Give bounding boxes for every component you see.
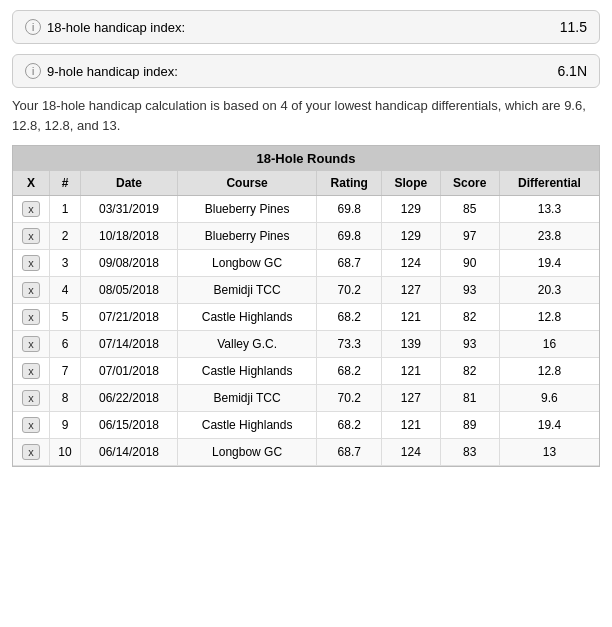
row-course: Bemidji TCC: [177, 385, 317, 412]
table-row: x607/14/2018Valley G.C.73.31399316: [13, 331, 599, 358]
table-row: x408/05/2018Bemidji TCC70.21279320.3: [13, 277, 599, 304]
row-slope: 124: [382, 250, 440, 277]
row-x-cell: x: [13, 331, 49, 358]
table-row: x806/22/2018Bemidji TCC70.2127819.6: [13, 385, 599, 412]
row-num: 8: [49, 385, 80, 412]
table-row: x507/21/2018Castle Highlands68.21218212.…: [13, 304, 599, 331]
row-course: Castle Highlands: [177, 412, 317, 439]
row-score: 83: [440, 439, 499, 466]
row-slope: 129: [382, 223, 440, 250]
col-header-rating: Rating: [317, 171, 382, 196]
handicap-9-label: 9-hole handicap index:: [47, 64, 178, 79]
row-rating: 68.2: [317, 304, 382, 331]
row-rating: 68.2: [317, 358, 382, 385]
rounds-table-container: 18-Hole Rounds X # Date Course Rating Sl…: [12, 145, 600, 467]
row-date: 03/31/2019: [81, 196, 178, 223]
table-row: x707/01/2018Castle Highlands68.21218212.…: [13, 358, 599, 385]
table-row: x906/15/2018Castle Highlands68.21218919.…: [13, 412, 599, 439]
description-text: Your 18-hole handicap calculation is bas…: [12, 96, 600, 135]
row-rating: 69.8: [317, 196, 382, 223]
info-icon-18[interactable]: i: [25, 19, 41, 35]
row-rating: 68.2: [317, 412, 382, 439]
row-differential: 19.4: [499, 412, 599, 439]
row-x-cell: x: [13, 250, 49, 277]
row-date: 06/14/2018: [81, 439, 178, 466]
row-differential: 13.3: [499, 196, 599, 223]
row-date: 10/18/2018: [81, 223, 178, 250]
info-icon-9[interactable]: i: [25, 63, 41, 79]
row-x-cell: x: [13, 385, 49, 412]
row-score: 90: [440, 250, 499, 277]
row-date: 07/01/2018: [81, 358, 178, 385]
row-x-cell: x: [13, 223, 49, 250]
table-header-row: X # Date Course Rating Slope Score Diffe…: [13, 171, 599, 196]
row-course: Longbow GC: [177, 250, 317, 277]
row-course: Castle Highlands: [177, 358, 317, 385]
x-button[interactable]: x: [22, 336, 40, 352]
row-score: 93: [440, 277, 499, 304]
x-button[interactable]: x: [22, 309, 40, 325]
x-button[interactable]: x: [22, 201, 40, 217]
table-row: x309/08/2018Longbow GC68.71249019.4: [13, 250, 599, 277]
row-num: 9: [49, 412, 80, 439]
row-score: 97: [440, 223, 499, 250]
col-header-date: Date: [81, 171, 178, 196]
row-x-cell: x: [13, 304, 49, 331]
row-date: 06/22/2018: [81, 385, 178, 412]
row-date: 08/05/2018: [81, 277, 178, 304]
x-button[interactable]: x: [22, 282, 40, 298]
row-score: 85: [440, 196, 499, 223]
row-score: 89: [440, 412, 499, 439]
row-score: 93: [440, 331, 499, 358]
row-slope: 121: [382, 304, 440, 331]
row-num: 6: [49, 331, 80, 358]
row-differential: 9.6: [499, 385, 599, 412]
row-slope: 121: [382, 412, 440, 439]
row-score: 82: [440, 304, 499, 331]
row-score: 81: [440, 385, 499, 412]
col-header-course: Course: [177, 171, 317, 196]
table-row: x103/31/2019Blueberry Pines69.81298513.3: [13, 196, 599, 223]
row-differential: 19.4: [499, 250, 599, 277]
table-title: 18-Hole Rounds: [13, 146, 599, 171]
row-num: 7: [49, 358, 80, 385]
row-num: 5: [49, 304, 80, 331]
col-header-differential: Differential: [499, 171, 599, 196]
x-button[interactable]: x: [22, 363, 40, 379]
x-button[interactable]: x: [22, 444, 40, 460]
row-num: 1: [49, 196, 80, 223]
x-button[interactable]: x: [22, 417, 40, 433]
table-row: x1006/14/2018Longbow GC68.71248313: [13, 439, 599, 466]
row-rating: 68.7: [317, 439, 382, 466]
row-differential: 16: [499, 331, 599, 358]
row-date: 09/08/2018: [81, 250, 178, 277]
rounds-table: X # Date Course Rating Slope Score Diffe…: [13, 171, 599, 466]
col-header-x: X: [13, 171, 49, 196]
row-rating: 70.2: [317, 277, 382, 304]
row-num: 10: [49, 439, 80, 466]
row-x-cell: x: [13, 277, 49, 304]
col-header-num: #: [49, 171, 80, 196]
row-rating: 70.2: [317, 385, 382, 412]
x-button[interactable]: x: [22, 228, 40, 244]
x-button[interactable]: x: [22, 255, 40, 271]
row-x-cell: x: [13, 439, 49, 466]
row-course: Blueberry Pines: [177, 196, 317, 223]
x-button[interactable]: x: [22, 390, 40, 406]
row-course: Castle Highlands: [177, 304, 317, 331]
row-date: 07/14/2018: [81, 331, 178, 358]
row-course: Valley G.C.: [177, 331, 317, 358]
handicap-18-left: i 18-hole handicap index:: [25, 19, 185, 35]
row-date: 06/15/2018: [81, 412, 178, 439]
row-course: Longbow GC: [177, 439, 317, 466]
row-differential: 12.8: [499, 358, 599, 385]
row-slope: 121: [382, 358, 440, 385]
row-course: Bemidji TCC: [177, 277, 317, 304]
row-course: Blueberry Pines: [177, 223, 317, 250]
row-x-cell: x: [13, 358, 49, 385]
row-differential: 13: [499, 439, 599, 466]
row-num: 2: [49, 223, 80, 250]
handicap-18-label: 18-hole handicap index:: [47, 20, 185, 35]
row-x-cell: x: [13, 196, 49, 223]
row-rating: 73.3: [317, 331, 382, 358]
